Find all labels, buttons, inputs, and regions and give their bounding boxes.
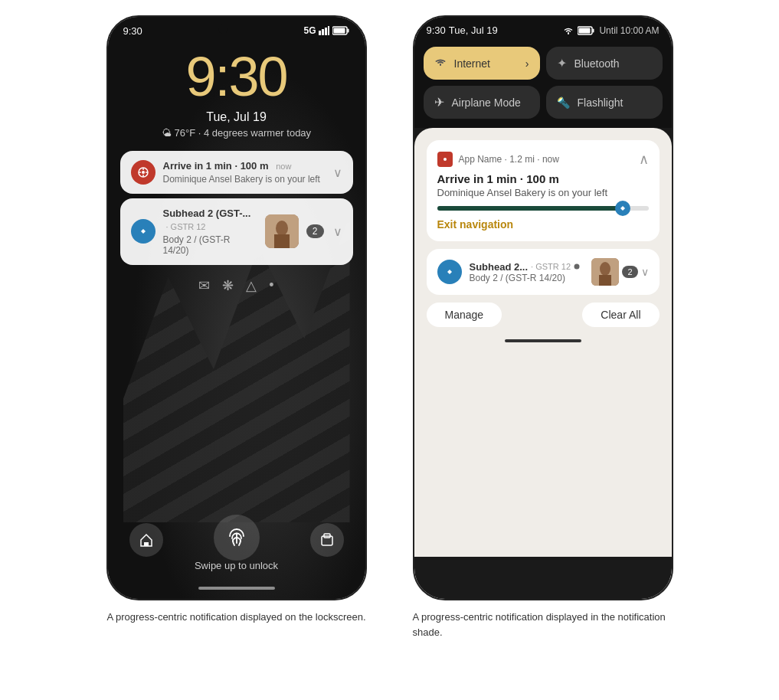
bluetooth-icon: ✦ (557, 56, 567, 70)
app-notif-text: Subhead 2 (GST-... · GSTR 12 Body 2 / (G… (163, 208, 259, 256)
app-notif-thumbnail (265, 214, 299, 248)
lockscreen-content: 9:30 5G (108, 17, 365, 294)
airplane-icon: ✈ (434, 95, 444, 110)
notif-left-nav: Arrive in 1 min · 100 m now Dominique An… (131, 160, 327, 185)
svg-rect-2 (325, 28, 327, 35)
moon-icon (574, 263, 580, 270)
signal-text: 5G (303, 25, 316, 36)
bottom-icon-dot: • (269, 277, 273, 294)
tile-bluetooth[interactable]: ✦ Bluetooth (546, 47, 663, 80)
battery-icon-shade (578, 26, 594, 35)
expanded-notif-title: Arrive in 1 min · 100 m (437, 172, 649, 185)
shade-date: Tue, Jul 19 (449, 25, 498, 36)
lock-nav-notification[interactable]: Arrive in 1 min · 100 m now Dominique An… (120, 151, 353, 194)
progress-bar-fill (437, 206, 624, 211)
svg-rect-3 (328, 26, 329, 35)
collapse-notification-button[interactable]: ∧ (639, 151, 649, 168)
lock-notifications: Arrive in 1 min · 100 m now Dominique An… (120, 151, 353, 265)
navigation-icon (137, 166, 149, 178)
lock-app-notification[interactable]: Subhead 2 (GST-... · GSTR 12 Body 2 / (G… (120, 198, 353, 265)
battery-icon-left (332, 26, 349, 35)
svg-rect-21 (593, 28, 594, 32)
notif-left-app: Subhead 2 (GST-... · GSTR 12 Body 2 / (G… (131, 208, 259, 256)
home-button[interactable] (129, 523, 163, 557)
svg-point-24 (444, 158, 447, 161)
spacer (220, 523, 254, 557)
tile-internet[interactable]: Internet › (424, 47, 540, 80)
progress-arrow-icon (618, 204, 627, 213)
lock-clock: 9:30 (108, 49, 365, 104)
collapsed-app-notification[interactable]: Subhead 2... · GSTR 12 Body 2 / (GST-R 1… (427, 249, 660, 295)
tile-airplane[interactable]: ✈ Airplane Mode (424, 86, 540, 119)
app-notif-count: 2 (306, 224, 324, 238)
svg-point-26 (574, 264, 580, 270)
left-phone-caption: A progress-centric notification displaye… (106, 610, 365, 625)
expanded-nav-notification[interactable]: App Name · 1.2 mi · now ∧ Arrive in 1 mi… (427, 140, 660, 241)
wifi-icon-shade (564, 26, 573, 35)
nav-notif-icon (131, 160, 155, 185)
app-notif-chevron-icon: ∨ (333, 224, 342, 239)
exit-navigation-button[interactable]: Exit navigation (437, 218, 649, 231)
collapsed-notif-icon (437, 260, 462, 284)
navigation-progress-bar (437, 206, 649, 211)
internet-chevron-icon: › (525, 57, 529, 70)
notification-shade: 9:30 Tue, Jul 19 Until 10:00 AM (414, 17, 672, 599)
app-notif-icon (131, 219, 155, 244)
svg-rect-1 (322, 29, 324, 35)
signal-icon (319, 26, 329, 35)
right-phone: 9:30 Tue, Jul 19 Until 10:00 AM (413, 15, 673, 600)
nav-notif-text: Arrive in 1 min · 100 m now Dominique An… (163, 160, 320, 185)
svg-point-28 (600, 262, 610, 276)
app-notif-right: 2 ∨ (259, 214, 342, 248)
home-indicator-left (198, 587, 275, 590)
collapsed-app-icon (444, 266, 456, 278)
right-phone-container: 9:30 Tue, Jul 19 Until 10:00 AM (405, 15, 681, 639)
recents-icon (319, 532, 335, 548)
flashlight-label: Flashlight (578, 96, 624, 109)
expanded-nav-icon (437, 152, 453, 167)
collapsed-notif-subtitle: Body 2 / (GST-R 14/20) (470, 273, 581, 283)
lock-bottom-nav (108, 523, 365, 557)
internet-label: Internet (454, 57, 490, 70)
home-icon (139, 532, 154, 548)
svg-point-15 (276, 221, 288, 236)
app-notif-subtitle: Body 2 / (GST-R 14/20) (163, 234, 259, 256)
collapsed-notif-count: 2 (622, 266, 637, 278)
nav-notif-title: Arrive in 1 min · 100 m now (163, 160, 320, 173)
svg-rect-29 (599, 275, 611, 286)
lock-date: Tue, Jul 19 (108, 110, 365, 124)
lock-bottom-icons: ✉ ❋ △ • (108, 277, 365, 294)
left-phone: 9:30 5G (106, 15, 367, 600)
tile-flashlight[interactable]: 🔦 Flashlight (546, 86, 663, 119)
status-time-left: 9:30 (123, 25, 142, 37)
expanded-notif-header: App Name · 1.2 mi · now ∧ (437, 151, 649, 168)
svg-point-8 (142, 171, 145, 174)
progress-indicator-dot (615, 201, 630, 216)
nav-app-icon (440, 154, 450, 165)
thumbnail-image (265, 214, 299, 248)
swipe-up-text: Swipe up to unlock (108, 560, 365, 571)
status-bar-left: 9:30 5G (108, 17, 365, 41)
status-bar-right-icons: 5G (303, 25, 349, 36)
collapsed-notif-left: Subhead 2... · GSTR 12 Body 2 / (GST-R 1… (437, 260, 592, 284)
flashlight-icon: 🔦 (557, 96, 570, 109)
bluetooth-label: Bluetooth (574, 57, 620, 70)
nav-notif-time: now (276, 162, 291, 171)
right-phone-caption: A progress-centric notification displaye… (413, 610, 673, 639)
expanded-app-name: App Name · 1.2 mi · now (459, 154, 559, 165)
manage-button[interactable]: Manage (427, 303, 502, 327)
camera-notch (218, 25, 227, 34)
internet-icon (434, 56, 447, 70)
clear-all-button[interactable]: Clear All (582, 303, 659, 327)
app-notif-title: Subhead 2 (GST-... · GSTR 12 (163, 208, 259, 234)
svg-rect-17 (144, 542, 149, 546)
nav-notif-subtitle: Dominique Ansel Bakery is on your left (163, 174, 320, 185)
lock-weather: 🌤 76°F · 4 degrees warmer today (108, 127, 365, 139)
shade-status-icons: Until 10:00 AM (564, 25, 659, 36)
recents-button[interactable] (310, 523, 344, 557)
shade-bottom-actions: Manage Clear All (427, 303, 660, 327)
svg-rect-6 (334, 28, 345, 34)
svg-rect-5 (348, 29, 349, 33)
quick-tiles-grid: Internet › ✦ Bluetooth ✈ Airplane Mode 🔦… (414, 41, 672, 128)
shade-time: 9:30 (427, 25, 446, 36)
